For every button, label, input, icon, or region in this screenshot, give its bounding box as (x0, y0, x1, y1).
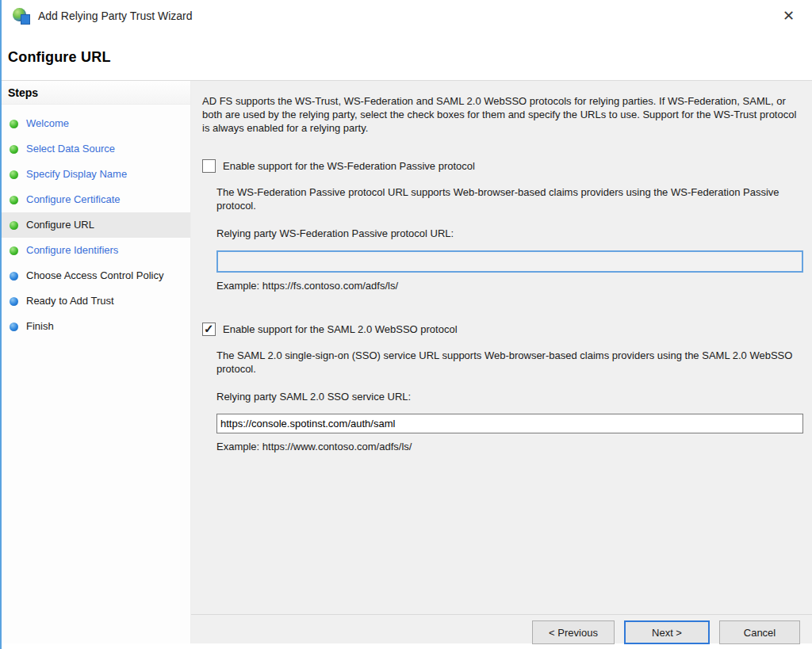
step-bullet-icon (10, 297, 18, 306)
sidebar-item-select-data-source[interactable]: Select Data Source (2, 136, 190, 162)
window-title: Add Relying Party Trust Wizard (38, 10, 193, 22)
step-bullet-icon (10, 196, 18, 204)
saml-checkbox-row[interactable]: Enable support for the SAML 2.0 WebSSO p… (202, 323, 803, 336)
saml-checkbox-label: Enable support for the SAML 2.0 WebSSO p… (223, 323, 458, 335)
wsfed-checkbox-label: Enable support for the WS-Federation Pas… (223, 160, 475, 172)
saml-url-input[interactable] (216, 414, 803, 433)
wsfed-checkbox[interactable] (202, 159, 216, 173)
wizard-body: Steps Welcome Select Data Source Specify… (2, 80, 812, 643)
main-panel: AD FS supports the WS-Trust, WS-Federati… (191, 81, 812, 643)
page-title: Configure URL (8, 49, 812, 66)
step-label: Specify Display Name (26, 168, 127, 181)
step-bullet-icon (10, 272, 18, 281)
wsfed-example: Example: https://fs.contoso.com/adfs/ls/ (216, 280, 803, 292)
step-bullet-icon (10, 120, 18, 128)
step-label: Choose Access Control Policy (26, 269, 163, 282)
step-bullet-icon (10, 323, 18, 331)
wsfed-section: The WS-Federation Passive protocol URL s… (216, 185, 803, 292)
wsfed-checkbox-row[interactable]: Enable support for the WS-Federation Pas… (202, 159, 803, 173)
step-label: Finish (26, 320, 54, 333)
saml-section: The SAML 2.0 single-sign-on (SSO) servic… (216, 349, 803, 452)
wsfed-url-input[interactable] (216, 250, 803, 273)
saml-url-label: Relying party SAML 2.0 SSO service URL: (216, 391, 803, 403)
saml-description: The SAML 2.0 single-sign-on (SSO) servic… (216, 349, 803, 376)
footer-button-bar: < Previous Next > Cancel (191, 614, 812, 643)
building-grid-icon (21, 14, 30, 25)
step-bullet-icon (10, 246, 18, 255)
next-button[interactable]: Next > (624, 620, 710, 644)
step-label: Configure Certificate (26, 193, 121, 206)
steps-sidebar: Steps Welcome Select Data Source Specify… (2, 81, 191, 643)
title-bar: Add Relying Party Trust Wizard ✕ (2, 0, 812, 32)
step-bullet-icon (10, 145, 18, 154)
steps-header: Steps (2, 81, 190, 105)
previous-button[interactable]: < Previous (532, 620, 615, 644)
step-label: Welcome (26, 117, 69, 130)
sidebar-item-configure-certificate[interactable]: Configure Certificate (2, 187, 190, 212)
step-label: Ready to Add Trust (26, 295, 114, 307)
sidebar-item-configure-identifiers[interactable]: Configure Identifiers (2, 238, 190, 263)
saml-checkbox[interactable] (202, 323, 216, 336)
intro-text: AD FS supports the WS-Trust, WS-Federati… (202, 94, 801, 135)
saml-example: Example: https://www.contoso.com/adfs/ls… (216, 441, 803, 452)
wsfed-url-label: Relying party WS-Federation Passive prot… (216, 227, 803, 239)
step-label: Configure Identifiers (26, 244, 118, 257)
step-label: Configure URL (26, 219, 94, 231)
sidebar-item-welcome[interactable]: Welcome (2, 111, 190, 136)
adfs-app-icon (13, 7, 30, 25)
wsfed-description: The WS-Federation Passive protocol URL s… (216, 185, 803, 212)
step-bullet-icon (10, 221, 18, 230)
sidebar-item-specify-display-name[interactable]: Specify Display Name (2, 162, 190, 187)
cancel-button[interactable]: Cancel (719, 620, 800, 644)
sidebar-item-configure-url: Configure URL (2, 212, 190, 238)
steps-list: Welcome Select Data Source Specify Displ… (2, 105, 190, 339)
step-label: Select Data Source (26, 143, 115, 155)
sidebar-item-choose-access-control-policy: Choose Access Control Policy (2, 263, 190, 288)
step-bullet-icon (10, 170, 18, 179)
close-icon[interactable]: ✕ (776, 7, 801, 25)
sidebar-item-finish: Finish (2, 314, 190, 339)
heading-area: Configure URL (2, 32, 812, 80)
sidebar-item-ready-to-add-trust: Ready to Add Trust (2, 288, 190, 314)
wizard-window: Add Relying Party Trust Wizard ✕ Configu… (0, 0, 812, 649)
